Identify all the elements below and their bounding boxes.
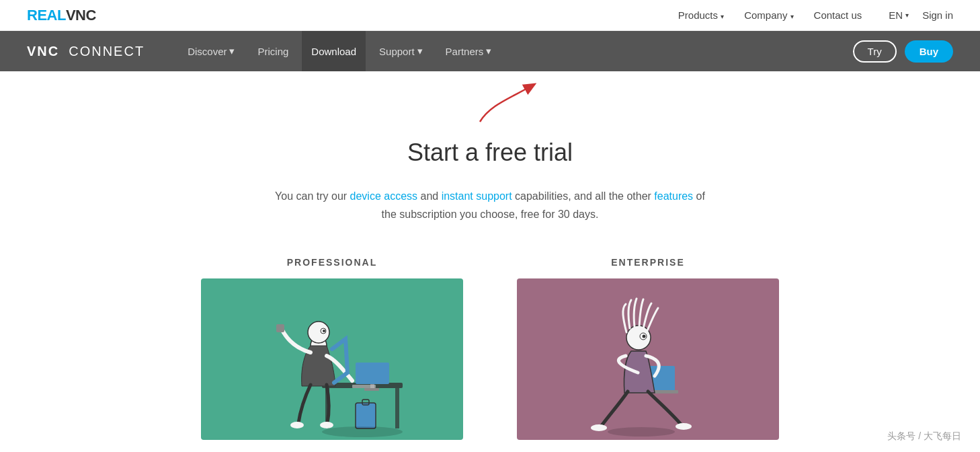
device-access-link[interactable]: device access (350, 190, 418, 202)
svg-rect-12 (276, 324, 284, 332)
top-nav-links: Products ▾ Company ▾ Contact us (678, 9, 862, 21)
products-chevron-icon: ▾ (721, 13, 724, 20)
enterprise-illustration (517, 278, 779, 440)
buy-button[interactable]: Buy (905, 40, 953, 63)
company-chevron-icon: ▾ (790, 13, 794, 20)
lang-chevron-icon: ▾ (905, 11, 909, 19)
secondary-navigation: VNC CONNECT Discover ▾ Pricing Download … (0, 31, 980, 71)
sign-in-link[interactable]: Sign in (922, 9, 953, 21)
plan-enterprise-image (517, 278, 779, 440)
professional-illustration (201, 278, 463, 440)
instant-support-link[interactable]: instant support (442, 190, 512, 202)
discover-chevron-icon: ▾ (229, 45, 235, 57)
support-chevron-icon: ▾ (417, 45, 423, 57)
try-button[interactable]: Try (853, 40, 897, 63)
svg-rect-6 (364, 388, 379, 391)
features-link[interactable]: features (654, 190, 693, 202)
hero-subtitle: You can try our device access and instan… (275, 187, 705, 223)
svg-point-11 (323, 330, 325, 332)
svg-point-24 (676, 423, 692, 430)
nav-products[interactable]: Products ▾ (678, 9, 724, 21)
sec-nav-download[interactable]: Download (302, 31, 366, 71)
svg-point-13 (290, 422, 304, 428)
svg-rect-7 (352, 385, 376, 388)
vnc-word: VNC (27, 44, 59, 59)
sec-nav-partners[interactable]: Partners ▾ (436, 31, 501, 71)
sec-nav-discover[interactable]: Discover ▾ (178, 31, 244, 71)
vnc-connect-logo[interactable]: VNC CONNECT (27, 44, 145, 59)
language-selector[interactable]: EN ▾ (889, 9, 909, 21)
secondary-nav-actions: Try Buy (853, 40, 953, 63)
plans-section: PROFESSIONAL (27, 257, 953, 440)
plan-enterprise: ENTERPRISE (517, 257, 779, 440)
plan-professional-title: PROFESSIONAL (287, 257, 377, 268)
watermark: 头条号 / 大飞每日 (882, 428, 967, 445)
svg-point-22 (643, 335, 646, 338)
svg-point-9 (308, 322, 329, 343)
pointing-arrow-icon (470, 78, 550, 125)
logo-vnc: VNC (66, 7, 96, 24)
nav-company[interactable]: Company ▾ (744, 9, 793, 21)
plan-professional: PROFESSIONAL (201, 257, 463, 440)
svg-point-14 (320, 422, 333, 428)
secondary-nav-links: Discover ▾ Pricing Download Support ▾ Pa… (178, 31, 852, 71)
partners-chevron-icon: ▾ (486, 45, 491, 57)
connect-word: CONNECT (69, 44, 145, 59)
svg-rect-3 (395, 388, 399, 428)
realvnc-logo[interactable]: REALVNC (27, 7, 96, 24)
main-content: Start a free trial You can try our devic… (0, 125, 980, 452)
svg-rect-15 (356, 403, 376, 428)
top-navigation: REALVNC Products ▾ Company ▾ Contact us … (0, 0, 980, 31)
sec-nav-pricing[interactable]: Pricing (248, 31, 298, 71)
svg-point-25 (608, 427, 675, 437)
sec-nav-support[interactable]: Support ▾ (370, 31, 432, 71)
nav-contact[interactable]: Contact us (814, 9, 862, 21)
plan-enterprise-title: ENTERPRISE (611, 257, 684, 268)
top-nav-right: EN ▾ Sign in (889, 9, 953, 21)
page-title: Start a free trial (27, 139, 953, 167)
logo-real: REAL (27, 7, 66, 24)
svg-point-17 (322, 426, 403, 437)
plan-professional-image (201, 278, 463, 440)
arrow-area (0, 71, 980, 125)
svg-point-23 (591, 424, 607, 431)
svg-rect-4 (356, 363, 389, 384)
